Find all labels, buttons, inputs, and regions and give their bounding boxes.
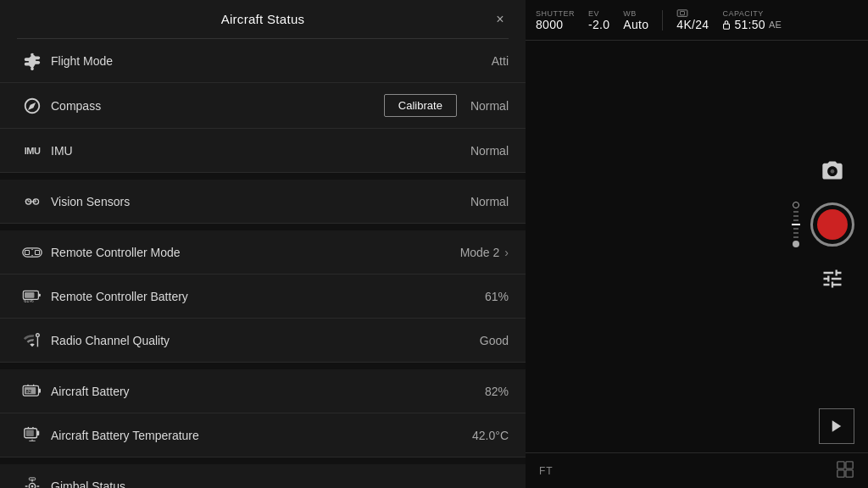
- ev-item: EV -2.0: [588, 9, 609, 31]
- imu-value: Normal: [470, 144, 509, 158]
- vision-value: Normal: [470, 195, 509, 208]
- compass-label: Compass: [47, 99, 384, 113]
- svg-rect-33: [724, 24, 730, 29]
- svg-rect-27: [29, 477, 35, 480]
- svg-rect-5: [35, 250, 39, 254]
- camera-panel: SHUTTER 8000 EV -2.0 WB Auto 4K/24 CAPAC…: [526, 0, 868, 488]
- vision-label: Vision Sensors: [47, 195, 470, 208]
- svg-rect-38: [846, 469, 853, 476]
- status-item-imu: IMU IMU Normal: [0, 129, 526, 173]
- svg-point-26: [31, 485, 34, 487]
- exp-tick: [793, 219, 798, 221]
- svg-rect-31: [677, 10, 687, 16]
- gimbal-label: Gimbal Status: [47, 480, 509, 489]
- camera-switch-button[interactable]: [817, 155, 848, 186]
- radio-value: Good: [480, 334, 509, 347]
- radio-label: Radio Channel Quality: [47, 334, 480, 347]
- aircraft-status-panel: Aircraft Status × Flight Mode Atti Compa…: [0, 0, 526, 488]
- flight-mode-label: Flight Mode: [47, 54, 492, 68]
- svg-text:61%: 61%: [24, 298, 33, 303]
- rc-battery-icon: 61%: [17, 289, 47, 304]
- svg-marker-34: [832, 420, 842, 432]
- ev-value: -2.0: [588, 18, 609, 31]
- svg-rect-32: [681, 11, 685, 14]
- separator-4: [0, 458, 526, 464]
- exp-tick: [793, 211, 798, 213]
- record-indicator: [817, 209, 848, 240]
- status-item-aircraft-battery: 82 Aircraft Battery 82%: [0, 369, 526, 413]
- shutter-label: SHUTTER: [536, 9, 575, 18]
- res-value: 4K/24: [676, 18, 709, 31]
- exposure-top-indicator: [793, 202, 799, 208]
- wb-value: Auto: [623, 18, 648, 31]
- svg-rect-21: [37, 430, 40, 435]
- exp-tick: [793, 236, 798, 238]
- imu-icon: IMU: [17, 146, 47, 156]
- res-label: [676, 8, 688, 18]
- exp-tick: [793, 215, 798, 217]
- rc-mode-label: Remote Controller Mode: [47, 246, 460, 259]
- compass-icon: [17, 97, 47, 115]
- flight-mode-value: Atti: [492, 54, 509, 68]
- status-item-rc-battery: 61% Remote Controller Battery 61%: [0, 274, 526, 319]
- capacity-label: CAPACITY: [722, 9, 763, 18]
- shutter-item: SHUTTER 8000: [536, 9, 575, 31]
- rc-mode-value: Mode 2: [460, 246, 500, 259]
- svg-rect-37: [837, 469, 844, 476]
- status-item-compass: Compass Calibrate Normal: [0, 83, 526, 129]
- svg-rect-9: [38, 293, 40, 296]
- camera-settings-button[interactable]: [817, 263, 848, 294]
- separator-1: [0, 173, 526, 180]
- status-item-rc-mode[interactable]: Remote Controller Mode Mode 2 ›: [0, 230, 526, 274]
- svg-text:82: 82: [26, 388, 32, 393]
- exposure-bottom-indicator: [793, 241, 799, 247]
- drone-icon: [17, 52, 47, 70]
- wb-label: WB: [623, 9, 637, 18]
- svg-rect-22: [26, 430, 34, 435]
- rc-battery-value: 61%: [485, 290, 509, 303]
- radio-icon: [17, 331, 47, 350]
- bottom-bar: FT: [526, 452, 868, 488]
- svg-rect-35: [837, 461, 844, 468]
- battery-temp-icon: [17, 426, 47, 445]
- compass-value: Normal: [470, 99, 509, 113]
- aircraft-battery-label: Aircraft Battery: [47, 385, 485, 398]
- camera-top-bar: SHUTTER 8000 EV -2.0 WB Auto 4K/24 CAPAC…: [526, 0, 868, 41]
- exposure-bar: [792, 148, 800, 301]
- wb-item: WB Auto: [623, 9, 648, 31]
- rc-icon: [17, 245, 47, 260]
- svg-rect-36: [846, 461, 853, 468]
- svg-rect-15: [39, 388, 42, 392]
- calibrate-button[interactable]: Calibrate: [384, 94, 457, 117]
- capacity-item: CAPACITY 51:50 AE: [722, 9, 782, 31]
- shutter-value: 8000: [536, 18, 563, 31]
- svg-rect-10: [25, 292, 34, 298]
- aircraft-battery-value: 82%: [485, 385, 509, 398]
- battery-temp-label: Aircraft Battery Temperature: [47, 429, 472, 442]
- ev-label: EV: [588, 9, 599, 18]
- ft-label: FT: [539, 465, 554, 477]
- status-list: Flight Mode Atti Compass Calibrate Norma…: [0, 39, 526, 488]
- record-button[interactable]: [810, 202, 854, 247]
- chevron-right-icon: ›: [504, 246, 509, 259]
- gimbal-icon: [17, 477, 47, 489]
- grid-icon[interactable]: [836, 460, 854, 482]
- exp-tick: [793, 228, 798, 230]
- status-item-gimbal: Gimbal Status: [0, 464, 526, 488]
- ae-label: AE: [769, 19, 782, 30]
- lock-icon: [722, 19, 731, 30]
- playback-button[interactable]: [819, 408, 854, 444]
- vision-icon: [17, 195, 47, 208]
- top-bar-separator: [662, 10, 663, 30]
- close-button[interactable]: ×: [492, 11, 509, 28]
- separator-2: [0, 224, 526, 230]
- exp-tick-active: [792, 224, 800, 225]
- aircraft-battery-icon: 82: [17, 383, 47, 400]
- battery-temp-value: 42.0°C: [472, 429, 509, 442]
- status-item-vision: Vision Sensors Normal: [0, 180, 526, 224]
- playback-area: [526, 408, 868, 452]
- dialog-title: Aircraft Status: [221, 12, 305, 26]
- svg-rect-4: [25, 250, 29, 254]
- imu-label: IMU: [47, 144, 470, 158]
- exp-tick: [793, 232, 798, 234]
